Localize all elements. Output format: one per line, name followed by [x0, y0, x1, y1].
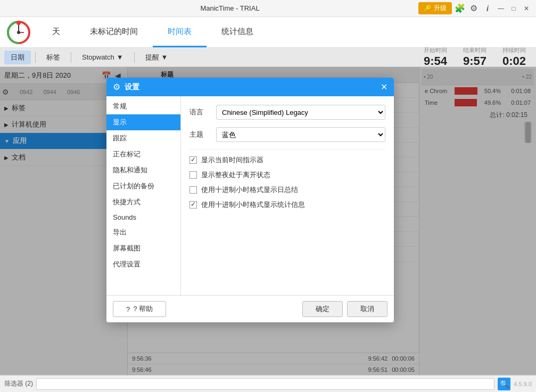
info-icon[interactable]: i	[482, 3, 493, 14]
checkbox-label-2: 使用十进制小时格式显示日总结	[201, 185, 298, 195]
language-label: 语言	[189, 107, 211, 117]
duration-label: 持续时间	[502, 46, 526, 54]
dialog-overlay: ⚙ 设置 ✕ 常规 显示 跟踪 正在标记 隐私和通知 已计划的备份 快捷方式 S…	[0, 67, 536, 375]
duration-value: 0:02	[501, 54, 527, 68]
dialog-nav-shortcuts[interactable]: 快捷方式	[106, 194, 180, 210]
checkbox-1[interactable]	[189, 171, 197, 179]
puzzle-icon[interactable]: 🧩	[454, 3, 466, 14]
tab-day[interactable]: 天	[37, 17, 75, 47]
chevron-down-icon-2: ▼	[161, 53, 168, 61]
end-time-col: 结束时间 9:57	[461, 46, 488, 68]
search-icon: 🔍	[500, 380, 509, 388]
settings-dialog: ⚙ 设置 ✕ 常规 显示 跟踪 正在标记 隐私和通知 已计划的备份 快捷方式 S…	[106, 78, 394, 322]
dialog-actions: 确定 取消	[302, 301, 387, 317]
question-icon: ?	[126, 305, 130, 313]
dialog-content: 语言 Chinese (Simplified) Legacy 主题 蓝色	[181, 96, 394, 295]
dialog-close-button[interactable]: ✕	[381, 82, 387, 92]
dialog-body: 常规 显示 跟踪 正在标记 隐私和通知 已计划的备份 快捷方式 Sounds 导…	[106, 96, 394, 295]
ok-button[interactable]: 确定	[302, 301, 343, 317]
toolbar-tag[interactable]: 标签	[40, 51, 67, 64]
checkbox-2[interactable]	[189, 186, 197, 194]
dialog-nav-sounds[interactable]: Sounds	[106, 210, 180, 224]
toolbar-reminder[interactable]: 提醒 ▼	[139, 51, 175, 64]
toolbar: 日期 标签 Stopwatch ▼ 提醒 ▼ 开始时间 9:54 结束时间 9:…	[0, 48, 536, 67]
checkbox-label-1: 显示整夜处于离开状态	[201, 170, 270, 180]
tab-untagged[interactable]: 未标记的时间	[75, 17, 153, 47]
title-bar: ManicTime - TRIAL 🔑 升级 🧩 ⚙ i — □ ✕	[0, 0, 536, 17]
upgrade-button[interactable]: 🔑 升级	[418, 2, 452, 14]
dialog-nav-proxy[interactable]: 代理设置	[106, 256, 180, 272]
filter-search-button[interactable]: 🔍	[498, 378, 510, 390]
version-label: 4.5.9.0	[514, 381, 532, 387]
end-time-label: 结束时间	[463, 46, 486, 54]
dialog-title-text: 设置	[125, 82, 376, 92]
checkbox-3[interactable]	[189, 201, 197, 208]
svg-point-5	[17, 31, 20, 34]
start-time-label: 开始时间	[424, 46, 447, 54]
tab-stats[interactable]: 统计信息	[207, 17, 268, 47]
app-header: 天 未标记的时间 时间表 统计信息	[0, 17, 536, 48]
language-row: 语言 Chinese (Simplified) Legacy	[189, 105, 385, 120]
svg-point-2	[17, 21, 21, 25]
dialog-nav-display[interactable]: 显示	[106, 114, 180, 130]
dialog-nav-screenshot[interactable]: 屏幕截图	[106, 240, 180, 256]
checkbox-label-3: 使用十进制小时格式显示统计信息	[201, 200, 305, 210]
nav-tabs: 天 未标记的时间 时间表 统计信息	[37, 17, 268, 47]
theme-select[interactable]: 蓝色	[216, 127, 385, 142]
checkbox-0[interactable]	[189, 156, 197, 164]
chevron-down-icon: ▼	[117, 53, 123, 61]
dialog-nav: 常规 显示 跟踪 正在标记 隐私和通知 已计划的备份 快捷方式 Sounds 导…	[106, 96, 181, 295]
dialog-nav-general[interactable]: 常规	[106, 98, 180, 114]
filter-label: 筛选器 (2)	[4, 379, 33, 388]
theme-row: 主题 蓝色	[189, 127, 385, 142]
tab-timeline[interactable]: 时间表	[153, 17, 207, 47]
checkbox-row-2: 使用十进制小时格式显示日总结	[189, 185, 385, 195]
gear-icon[interactable]: ⚙	[468, 3, 480, 14]
dialog-nav-export[interactable]: 导出	[106, 224, 180, 240]
toolbar-separator-1	[35, 52, 36, 63]
maximize-button[interactable]: □	[508, 3, 519, 14]
start-time-value: 9:54	[422, 54, 449, 68]
toolbar-stopwatch[interactable]: Stopwatch ▼	[76, 51, 130, 63]
cancel-button[interactable]: 取消	[347, 301, 387, 317]
dialog-nav-tagging[interactable]: 正在标记	[106, 146, 180, 162]
app-title: ManicTime - TRIAL	[42, 4, 418, 12]
toolbar-separator-3	[134, 52, 135, 63]
toolbar-separator-2	[71, 52, 71, 63]
start-time-col: 开始时间 9:54	[422, 46, 449, 68]
end-time-value: 9:57	[461, 54, 488, 68]
dialog-title-bar: ⚙ 设置 ✕	[106, 78, 394, 96]
main-content: 星期二，9月8日 2020 📅 ◀ ⚙ 0942 0944 0946 ▶ 标签 …	[0, 67, 536, 375]
app-logo	[0, 17, 37, 48]
checkbox-row-0: 显示当前时间指示器	[189, 155, 385, 165]
dialog-nav-backup[interactable]: 已计划的备份	[106, 178, 180, 194]
dialog-footer: ? ? 帮助 确定 取消	[106, 295, 394, 322]
help-button[interactable]: ? ? 帮助	[113, 301, 166, 317]
filter-bar: 筛选器 (2) 🔍 4.5.9.0	[0, 375, 536, 392]
close-button[interactable]: ✕	[521, 3, 532, 14]
dialog-nav-privacy[interactable]: 隐私和通知	[106, 162, 180, 178]
language-select[interactable]: Chinese (Simplified) Legacy	[216, 105, 385, 120]
key-icon: 🔑	[424, 5, 432, 12]
checkbox-label-0: 显示当前时间指示器	[201, 155, 263, 165]
logo-svg	[7, 21, 30, 44]
filter-input[interactable]	[36, 378, 494, 390]
checkbox-row-3: 使用十进制小时格式显示统计信息	[189, 200, 385, 210]
toolbar-date[interactable]: 日期	[4, 51, 31, 64]
title-bar-controls: 🔑 升级 🧩 ⚙ i — □ ✕	[418, 2, 532, 14]
checkbox-row-1: 显示整夜处于离开状态	[189, 170, 385, 180]
dialog-title-icon: ⚙	[113, 82, 120, 92]
duration-col: 持续时间 0:02	[501, 46, 527, 68]
toolbar-times: 开始时间 9:54 结束时间 9:57 持续时间 0:02	[418, 46, 532, 68]
dialog-nav-tracking[interactable]: 跟踪	[106, 130, 180, 146]
theme-label: 主题	[189, 130, 211, 139]
minimize-button[interactable]: —	[496, 3, 506, 14]
